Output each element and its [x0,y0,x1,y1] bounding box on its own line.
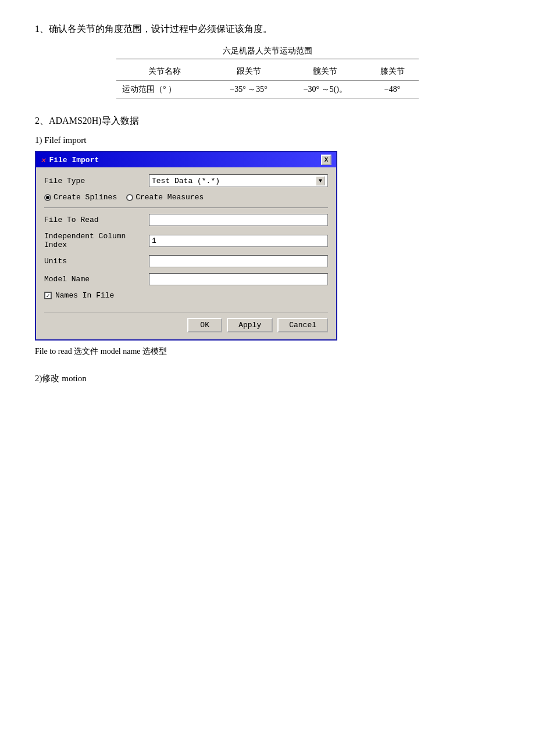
units-row: Units [44,255,328,267]
col-header-0: 关节名称 [116,63,213,81]
model-name-label: Model Name [44,275,149,284]
cell-0-3: −48° [366,81,419,99]
file-type-row: File Type Test Data (*.*) ▼ [44,174,328,187]
section2-title: 2、ADAMS20H)导入数据 [35,115,500,127]
file-import-dialog-wrapper: ✕ File Import X File Type Test Data (*.*… [35,151,500,341]
separator1 [44,207,328,208]
table-row: 运动范围（° ） −35° ～35° −30° ～5()。 −48° [116,81,419,99]
radio-group: Create Splines Create Measures [44,193,328,202]
radio-create-splines[interactable]: Create Splines [44,193,117,202]
close-button[interactable]: X [321,155,331,165]
independent-column-label: Independent Column Index [44,232,149,249]
adams-icon: ✕ [41,155,45,165]
col-header-3: 膝关节 [366,63,419,81]
names-in-file-checkbox[interactable]: ✓ [44,292,52,299]
caption-text: File to read 选文件 model name 选模型 [35,346,500,357]
names-in-file-row: ✓ Names In File [44,291,328,300]
ok-button[interactable]: OK [187,318,222,332]
joint-table: 关节名称 跟关节 髋关节 膝关节 运动范围（° ） −35° ～35° −30°… [116,63,419,99]
cancel-button[interactable]: Cancel [277,318,328,332]
table-title: 六足机器人关节运动范围 [116,46,419,59]
section2: 2、ADAMS20H)导入数据 1) Filef import ✕ File I… [35,115,500,357]
radio-splines-btn[interactable] [44,194,51,201]
file-to-read-row: File To Read [44,214,328,226]
file-import-dialog: ✕ File Import X File Type Test Data (*.*… [35,151,337,341]
file-to-read-input[interactable] [149,214,328,226]
cell-0-0: 运动范围（° ） [116,81,213,99]
section3-title: 2)修改 motion [35,373,500,384]
units-label: Units [44,257,149,266]
cell-0-1: −35° ～35° [213,81,285,99]
radio-create-measures[interactable]: Create Measures [126,193,204,202]
dialog-title: File Import [49,156,99,164]
section1: 1、确认各关节的角度范围，设计过程中必须保证该角度。 六足机器人关节运动范围 关… [35,23,500,99]
radio-measures-btn[interactable] [126,194,133,201]
radio-measures-label: Create Measures [135,193,204,202]
file-to-read-label: File To Read [44,216,149,224]
apply-button[interactable]: Apply [227,318,273,332]
cell-0-2: −30° ～5()。 [285,81,366,99]
dialog-titlebar: ✕ File Import X [36,152,336,167]
file-type-dropdown[interactable]: Test Data (*.*) ▼ [149,174,328,187]
section3: 2)修改 motion [35,373,500,384]
independent-column-row: Independent Column Index [44,232,328,249]
col-header-1: 跟关节 [213,63,285,81]
dialog-footer: OK Apply Cancel [36,313,336,339]
model-name-input[interactable] [149,273,328,285]
units-input[interactable] [149,255,328,267]
subsection1-title: 1) Filef import [35,135,500,145]
file-type-value: Test Data (*.*) [152,177,220,185]
names-in-file-label: Names In File [55,291,114,300]
table-header-row: 关节名称 跟关节 髋关节 膝关节 [116,63,419,81]
model-name-row: Model Name [44,273,328,285]
col-header-2: 髋关节 [285,63,366,81]
dialog-body: File Type Test Data (*.*) ▼ Create Splin… [36,167,336,313]
section1-title: 1、确认各关节的角度范围，设计过程中必须保证该角度。 [35,23,500,35]
file-type-label: File Type [44,177,149,185]
titlebar-left: ✕ File Import [41,155,99,165]
radio-splines-label: Create Splines [54,193,117,202]
independent-column-input[interactable] [149,235,328,247]
dropdown-arrow-icon[interactable]: ▼ [316,176,325,185]
joint-table-container: 六足机器人关节运动范围 关节名称 跟关节 髋关节 膝关节 运动范围（° ） −3… [116,46,419,99]
